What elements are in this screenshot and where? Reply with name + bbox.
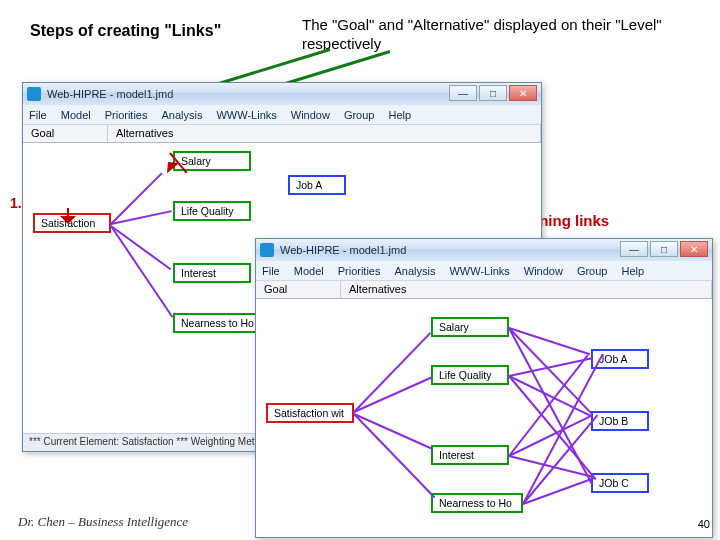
menu-wwwlinks[interactable]: WWW-Links: [449, 265, 509, 277]
node-nearness-1[interactable]: Nearness to Ho: [173, 313, 265, 333]
menu-file[interactable]: File: [29, 109, 47, 121]
page-number: 40: [698, 518, 710, 530]
link2-sat-near: [353, 413, 435, 498]
node-interest-2[interactable]: Interest: [431, 445, 509, 465]
node-lifequality-2[interactable]: Life Quality: [431, 365, 509, 385]
column-headers-1: Goal Alternatives: [23, 125, 541, 143]
window-title-2: Web-HIPRE - model1.jmd: [280, 244, 406, 256]
col-alt-1[interactable]: Alternatives: [108, 125, 541, 142]
menu-window[interactable]: Window: [524, 265, 563, 277]
footer-credit: Dr. Chen – Business Intelligence: [18, 514, 188, 530]
titlebar-2[interactable]: Web-HIPRE - model1.jmd — □ ✕: [256, 239, 712, 261]
menu-analysis[interactable]: Analysis: [395, 265, 436, 277]
menu-model[interactable]: Model: [61, 109, 91, 121]
close-button[interactable]: ✕: [509, 85, 537, 101]
canvas-2[interactable]: Satisfaction wit Salary Life Quality Int…: [256, 299, 712, 537]
title-left: Steps of creating "Links": [30, 22, 221, 40]
column-headers-2: Goal Alternatives: [256, 281, 712, 299]
menu-group[interactable]: Group: [344, 109, 375, 121]
node-lifequality-1[interactable]: Life Quality: [173, 201, 251, 221]
min-button[interactable]: —: [449, 85, 477, 101]
window-title-1: Web-HIPRE - model1.jmd: [47, 88, 173, 100]
title-right: The "Goal" and "Alternative" displayed o…: [302, 16, 702, 54]
link-sat-near: [110, 225, 173, 317]
menu-priorities[interactable]: Priorities: [338, 265, 381, 277]
max-button[interactable]: □: [650, 241, 678, 257]
app-icon: [27, 87, 41, 101]
link2-sat-interest: [354, 413, 433, 450]
link2-lq-a: [509, 357, 593, 377]
titlebar-1[interactable]: Web-HIPRE - model1.jmd — □ ✕: [23, 83, 541, 105]
menu-model[interactable]: Model: [294, 265, 324, 277]
app-window-2: Web-HIPRE - model1.jmd — □ ✕ File Model …: [255, 238, 713, 538]
menu-group[interactable]: Group: [577, 265, 608, 277]
menu-window[interactable]: Window: [291, 109, 330, 121]
col-alt-2[interactable]: Alternatives: [341, 281, 712, 298]
node-joba-1[interactable]: Job A: [288, 175, 346, 195]
max-button[interactable]: □: [479, 85, 507, 101]
app-icon: [260, 243, 274, 257]
node-nearness-2[interactable]: Nearness to Ho: [431, 493, 523, 513]
menu-wwwlinks[interactable]: WWW-Links: [216, 109, 276, 121]
link2-sat-lifeq: [354, 376, 433, 413]
col-goal-1[interactable]: Goal: [23, 125, 108, 142]
menu-priorities[interactable]: Priorities: [105, 109, 148, 121]
node-interest-1[interactable]: Interest: [173, 263, 251, 283]
menubar-2: File Model Priorities Analysis WWW-Links…: [256, 261, 712, 281]
menu-help[interactable]: Help: [388, 109, 411, 121]
node-jobb-2[interactable]: JOb B: [591, 411, 649, 431]
menu-analysis[interactable]: Analysis: [162, 109, 203, 121]
link2-sat-salary: [353, 332, 431, 413]
node-jobc-2[interactable]: JOb C: [591, 473, 649, 493]
col-goal-2[interactable]: Goal: [256, 281, 341, 298]
menubar-1: File Model Priorities Analysis WWW-Links…: [23, 105, 541, 125]
link-sat-interest: [110, 225, 171, 270]
node-satisfaction-2[interactable]: Satisfaction wit: [266, 403, 354, 423]
menu-file[interactable]: File: [262, 265, 280, 277]
min-button[interactable]: —: [620, 241, 648, 257]
close-button[interactable]: ✕: [680, 241, 708, 257]
node-salary-2[interactable]: Salary: [431, 317, 509, 337]
arrow-left-click-line: [67, 208, 69, 220]
menu-help[interactable]: Help: [621, 265, 644, 277]
